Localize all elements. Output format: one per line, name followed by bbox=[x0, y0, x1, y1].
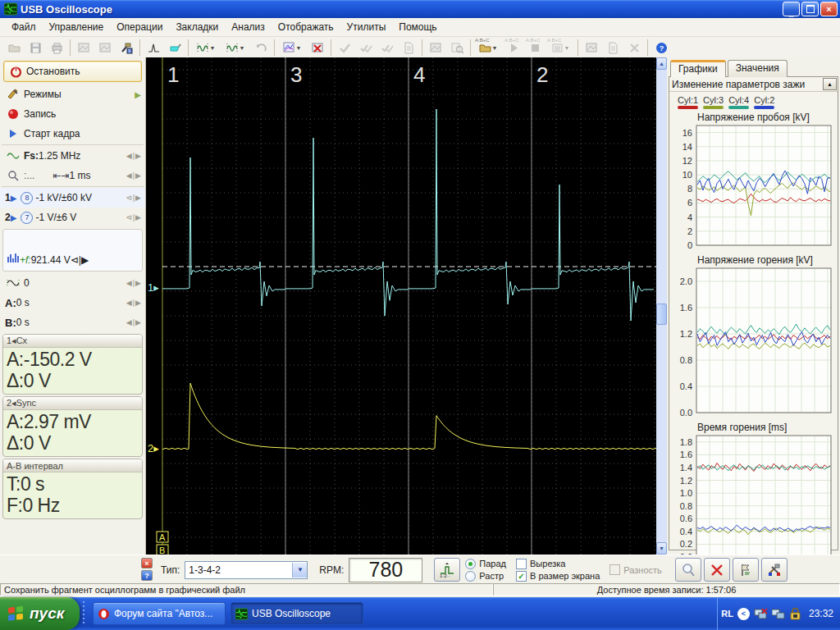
restore-button[interactable] bbox=[801, 2, 819, 16]
chart-1-ytick: 1.2 bbox=[680, 329, 692, 339]
overlay-chart-button[interactable]: ▼ bbox=[277, 38, 307, 57]
modes-row[interactable]: Режимы ▶ bbox=[0, 84, 145, 104]
network-error-icon[interactable] bbox=[754, 608, 768, 620]
marker-flag-button[interactable] bbox=[733, 558, 759, 582]
channel1-spinner[interactable]: ⊲|▶ bbox=[126, 194, 142, 202]
marker-b-row[interactable]: B: 0 s ◀|▶ bbox=[0, 313, 145, 332]
help-bar-icon[interactable]: ? bbox=[141, 570, 153, 581]
start-frame-row[interactable]: Старт кадра bbox=[0, 124, 145, 144]
build-settings-button[interactable]: S bbox=[116, 38, 137, 57]
marker-b-spinner[interactable]: ◀|▶ bbox=[126, 318, 142, 326]
stop-button[interactable]: Остановить bbox=[3, 61, 142, 82]
clear-chart-button[interactable] bbox=[307, 38, 328, 57]
sample-rate-row[interactable]: Fs: 1.25 MHz ◀|▶ bbox=[0, 146, 145, 166]
marker-a-spinner[interactable]: ◀|▶ bbox=[126, 299, 142, 307]
single-pulse-button[interactable] bbox=[143, 38, 164, 57]
zoom-tool-button[interactable] bbox=[675, 558, 701, 582]
radio-raster-label: Растр bbox=[479, 571, 504, 581]
trigger-spinner[interactable]: ◀|▶ bbox=[126, 279, 142, 287]
freq-spinner[interactable]: ⊲|▶ bbox=[71, 254, 89, 266]
radio-parade-label: Парад bbox=[479, 559, 506, 568]
task-forum[interactable]: Форум сайта "Автоз... bbox=[93, 602, 226, 625]
network-icon[interactable] bbox=[772, 608, 785, 620]
tab-values[interactable]: Значения bbox=[728, 60, 788, 77]
start-button[interactable]: пуск bbox=[0, 597, 80, 630]
legend-cyl-3[interactable]: Cyl:3 bbox=[703, 95, 724, 109]
task-oscilloscope[interactable]: USB Oscilloscope bbox=[231, 602, 363, 625]
windows-logo-icon bbox=[7, 605, 25, 623]
hide-icons-chevron[interactable]: < bbox=[737, 608, 750, 620]
toolbar-separator bbox=[70, 39, 71, 56]
close-button[interactable]: × bbox=[820, 2, 838, 16]
fs-spinner[interactable]: ◀|▶ bbox=[126, 152, 142, 160]
quicklaunch-divider bbox=[83, 601, 84, 626]
settings-tools-button[interactable] bbox=[761, 558, 788, 582]
ch1-cursor-value: A:-150.2 V bbox=[7, 349, 139, 370]
bottom-control-bar: × ? Тип: 1-3-4-2 ▼ RPM: 780 1·2·· Парад … bbox=[0, 555, 840, 584]
menu-item-отображать[interactable]: Отображать bbox=[272, 19, 340, 35]
cylinder-label-4: 4 bbox=[413, 62, 425, 87]
scroll-track[interactable] bbox=[656, 70, 667, 542]
checkbox-fit-screen[interactable]: ✓В размер экрана bbox=[516, 571, 600, 582]
legend-cyl-2[interactable]: Cyl:2 bbox=[754, 95, 774, 109]
marker-a-row[interactable]: A: 0 s ◀|▶ bbox=[0, 293, 145, 313]
print-button bbox=[46, 38, 67, 57]
menu-item-помощь[interactable]: Помощь bbox=[392, 19, 443, 35]
trigger-row[interactable]: 0 ◀|▶ bbox=[0, 273, 145, 293]
channel1-row[interactable]: 1 ▶ 8 -1 kV/±60 kV ⊲|▶ bbox=[0, 188, 145, 208]
menu-item-закладки[interactable]: Закладки bbox=[169, 19, 225, 35]
time-div-spinner[interactable]: ◀|▶ bbox=[126, 171, 142, 180]
chart-1-ytick: 0.4 bbox=[680, 381, 692, 391]
menu-item-утилиты[interactable]: Утилиты bbox=[340, 19, 393, 35]
scroll-up-icon[interactable]: ▲ bbox=[656, 57, 667, 70]
chart-2-ytick: 1.2 bbox=[680, 476, 692, 486]
radio-raster[interactable]: Растр bbox=[465, 571, 506, 582]
signal-transform-button[interactable]: ▼ bbox=[191, 38, 221, 57]
chart-0-ytick: 0 bbox=[687, 240, 692, 250]
menu-item-операции[interactable]: Операции bbox=[110, 19, 169, 35]
copy-oscillogram-button bbox=[73, 38, 94, 57]
record-time-available: Доступное время записи: 1:57:06 bbox=[597, 585, 737, 595]
chart-0-ytick: 12 bbox=[682, 156, 692, 166]
radio-parade[interactable]: Парад bbox=[465, 559, 506, 569]
highlight-fragment-button[interactable] bbox=[164, 38, 185, 57]
signal-filter-button[interactable]: ▼ bbox=[221, 38, 250, 57]
chart-2-ytick: 1.8 bbox=[680, 437, 692, 447]
abc-list-button: A:B+C▼ bbox=[546, 38, 575, 57]
measure-panel-ch2: 2◂Sync A:2.97 mV Δ:0 V bbox=[2, 396, 143, 457]
menu-item-анализ[interactable]: Анализ bbox=[225, 19, 272, 35]
legend-cyl-1[interactable]: Cyl:1 bbox=[678, 95, 698, 109]
time-div-row[interactable]: :... ⇤⇥ 1 ms ◀|▶ bbox=[0, 166, 145, 185]
chart-title-0: Напряжение пробоя [kV] bbox=[697, 112, 838, 123]
firing-order-select[interactable]: 1-3-4-2 ▼ bbox=[185, 561, 308, 579]
analysis-tabs: Графики Значения bbox=[670, 60, 838, 77]
delete-fragment-button[interactable] bbox=[704, 558, 730, 582]
abc-open-button[interactable]: A:B+C▼ bbox=[473, 38, 503, 57]
timebase-icon: ⇤⇥ bbox=[52, 170, 69, 181]
channel1-number: 1 bbox=[5, 192, 11, 203]
toolbar-separator bbox=[188, 39, 189, 56]
help-button[interactable]: ? bbox=[651, 38, 672, 57]
channel2-spinner[interactable]: ⊲|▶ bbox=[126, 213, 142, 221]
svg-text:1·2··: 1·2·· bbox=[440, 573, 450, 578]
frequency-meter-row[interactable]: +f: 921.44 V ⊲|▶ bbox=[2, 229, 143, 272]
scroll-thumb[interactable] bbox=[656, 304, 667, 325]
menu-item-файл[interactable]: Файл bbox=[5, 19, 43, 35]
scroll-down-icon[interactable]: ▼ bbox=[656, 542, 667, 555]
sequence-button[interactable]: 1·2·· bbox=[434, 558, 460, 582]
record-row[interactable]: Запись bbox=[0, 104, 145, 124]
collapse-panel-icon[interactable]: ▲ bbox=[823, 78, 837, 90]
checkbox-cutout[interactable]: Вырезка bbox=[516, 559, 600, 569]
close-bar-icon[interactable]: × bbox=[141, 558, 153, 568]
language-indicator[interactable]: RL bbox=[721, 609, 733, 619]
scope-scrollbar[interactable]: ▲ ▼ bbox=[656, 57, 667, 555]
oscilloscope-display[interactable]: 13421▸2▸AB bbox=[146, 57, 656, 555]
chart-1-ytick: 1.6 bbox=[680, 303, 692, 313]
legend-cyl-4[interactable]: Cyl:4 bbox=[728, 95, 749, 109]
histogram-icon bbox=[7, 252, 20, 266]
menu-item-управление[interactable]: Управление bbox=[43, 19, 111, 35]
minimize-button[interactable]: _ bbox=[783, 2, 800, 16]
tab-charts[interactable]: Графики bbox=[670, 60, 726, 77]
channel2-row[interactable]: 2 ▶ 7 -1 V/±6 V ⊲|▶ bbox=[0, 208, 145, 227]
security-icon[interactable] bbox=[789, 608, 801, 620]
